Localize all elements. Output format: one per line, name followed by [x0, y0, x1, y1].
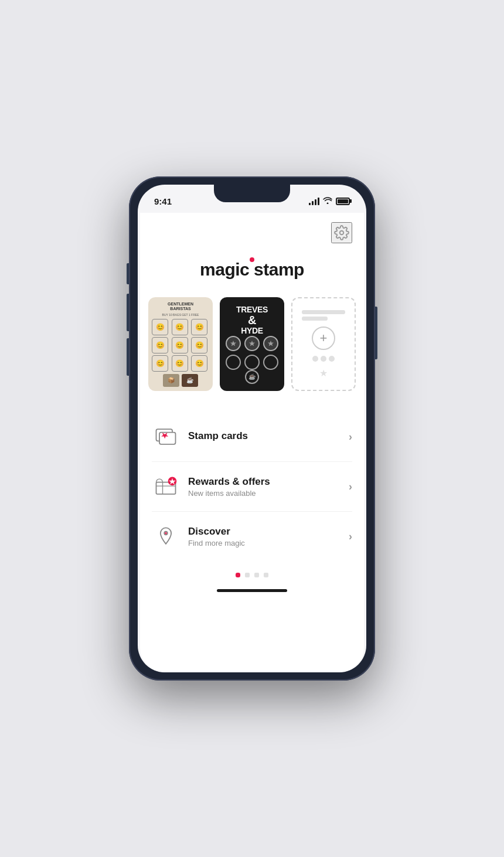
- add-placeholder-lines: [302, 310, 345, 321]
- svg-point-0: [340, 231, 344, 235]
- status-icons: [309, 196, 350, 206]
- menu-item-rewards[interactable]: Rewards & offers New items available ›: [152, 462, 352, 512]
- menu-text-stamp-cards: Stamp cards: [188, 430, 349, 443]
- discover-icon-wrap: [152, 522, 180, 550]
- app-logo: magic stamp: [200, 260, 304, 280]
- treves-stamp-cell: [244, 336, 260, 351]
- rewards-subtitle: New items available: [188, 489, 349, 498]
- stamps-grid: 😊 😊 😊 😊 😊 😊 😊 😊 😊: [152, 319, 209, 372]
- stamp-cell: 😊: [191, 355, 207, 372]
- discover-icon: [153, 523, 179, 549]
- placeholder-dot: [329, 356, 335, 362]
- status-time: 9:41: [154, 196, 172, 206]
- placeholder-dot: [321, 356, 326, 362]
- home-bar: [217, 589, 287, 592]
- logo-label: magic stamp: [200, 260, 304, 279]
- card-treves-hyde[interactable]: TREVES&HYDE: [220, 297, 284, 391]
- rewards-icon-wrap: [152, 472, 180, 501]
- treves-stamps: [226, 336, 278, 370]
- rewards-chevron: ›: [349, 481, 352, 493]
- placeholder-line: [302, 317, 328, 321]
- add-card-button[interactable]: + ★: [291, 297, 356, 391]
- settings-button[interactable]: [331, 222, 352, 243]
- menu-item-stamp-cards[interactable]: Stamp cards ›: [152, 412, 352, 462]
- phone-screen: 9:41: [138, 185, 366, 672]
- treves-stamp-cell: [226, 336, 241, 351]
- stamp-cell: 😊: [172, 355, 188, 372]
- treves-stamp-cell: [263, 336, 278, 351]
- power-button: [375, 307, 377, 359]
- stamp-cell: 😊: [172, 337, 188, 353]
- svg-rect-2: [159, 433, 176, 444]
- menu-item-discover[interactable]: Discover Find more magic ›: [152, 512, 352, 561]
- volume-silent-button: [127, 263, 129, 284]
- treves-stamp-cell-empty: [244, 355, 260, 370]
- volume-up-button: [127, 294, 129, 331]
- treves-stamp-cell-empty: [226, 355, 241, 370]
- rewards-title: Rewards & offers: [188, 476, 349, 488]
- stamp-cell: 😊: [152, 319, 168, 335]
- discover-chevron: ›: [349, 530, 352, 543]
- page-indicator-4[interactable]: [264, 573, 268, 577]
- placeholder-star: ★: [319, 368, 328, 379]
- page-indicator-3[interactable]: [254, 573, 259, 577]
- discover-title: Discover: [188, 526, 349, 538]
- stamp-cards-chevron: ›: [349, 431, 352, 443]
- phone-frame: 9:41: [129, 176, 375, 681]
- stamp-cards-title: Stamp cards: [188, 430, 349, 442]
- discover-subtitle: Find more magic: [188, 539, 349, 547]
- stamp-cards-icon-wrap: [152, 423, 180, 451]
- stamp-cell: 😊: [152, 355, 168, 372]
- placeholder-line: [302, 310, 345, 314]
- stamp-cell: 😊: [152, 337, 168, 353]
- placeholder-dot: [312, 356, 318, 362]
- stamp-cell: 😊: [172, 319, 188, 335]
- card-brand-gentlemen: GENTLEMENBARISTAS: [168, 302, 193, 312]
- rewards-icon: [153, 474, 179, 499]
- menu-text-discover: Discover Find more magic: [188, 526, 349, 547]
- add-icon: +: [312, 327, 335, 350]
- page-indicator-2[interactable]: [245, 573, 250, 577]
- page-indicators: [140, 561, 364, 584]
- stamp-cell: 😊: [191, 337, 207, 353]
- menu-list: Stamp cards ›: [140, 412, 364, 561]
- app-content: magic stamp GENTLEMENBARISTAS BUY 10 BAG…: [140, 213, 364, 672]
- logo-area: magic stamp: [140, 213, 364, 297]
- treves-stamp-cell-empty: [263, 355, 278, 370]
- signal-icon: [309, 197, 319, 205]
- volume-down-button: [127, 338, 129, 376]
- card-promo-gentlemen: BUY 10 BAGS GET 1 FREE: [162, 313, 199, 317]
- card-gentlemen-baristas[interactable]: GENTLEMENBARISTAS BUY 10 BAGS GET 1 FREE…: [148, 297, 213, 391]
- add-placeholder-dots: [312, 356, 335, 362]
- menu-text-rewards: Rewards & offers New items available: [188, 476, 349, 498]
- notch: [214, 185, 290, 202]
- cards-carousel: GENTLEMENBARISTAS BUY 10 BAGS GET 1 FREE…: [140, 297, 364, 391]
- home-indicator-area: [140, 584, 364, 596]
- battery-icon: [336, 198, 350, 205]
- stamp-cell: 😊: [191, 319, 207, 335]
- card-brand-treves: TREVES&HYDE: [236, 305, 268, 335]
- wifi-icon: [323, 196, 332, 206]
- page-indicator-1[interactable]: [236, 573, 240, 577]
- logo-dot: [250, 257, 254, 262]
- stamp-cards-icon: [153, 424, 179, 450]
- treves-stamp-bottom: ☕: [245, 370, 259, 384]
